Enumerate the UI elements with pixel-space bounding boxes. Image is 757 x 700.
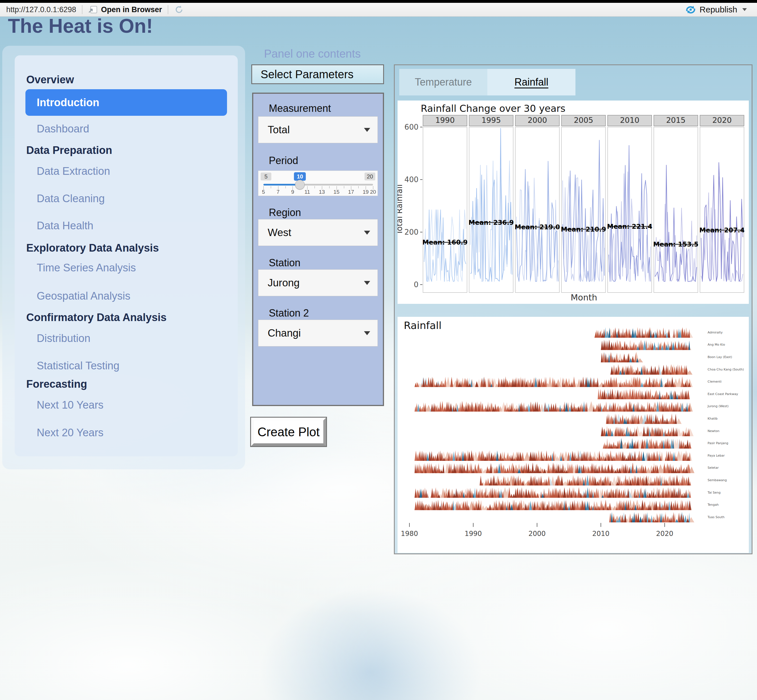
sidebar-section-forecasting: Forecasting <box>26 378 87 390</box>
strip-chart-card: Rainfall AdmiraltyAng Mo KioBoon Lay (Ea… <box>398 317 749 553</box>
results-tabs: Temperature Rainfall <box>399 69 576 95</box>
measurement-select[interactable]: Total <box>258 116 378 143</box>
sidebar-item-introduction[interactable]: Introduction <box>25 89 227 116</box>
station-select[interactable]: Jurong <box>258 269 378 296</box>
svg-text:1995: 1995 <box>481 116 501 125</box>
svg-text:2020: 2020 <box>712 116 732 125</box>
slider-tick <box>344 186 344 188</box>
svg-text:Mean: 221.4: Mean: 221.4 <box>607 223 652 230</box>
svg-text:Boon Lay (East): Boon Lay (East) <box>708 355 732 359</box>
address-url[interactable]: http://127.0.0.1:6298 <box>6 5 76 14</box>
app-window: http://127.0.0.1:6298 Open in Browser Re… <box>0 0 757 700</box>
chevron-down-icon <box>364 128 370 132</box>
svg-text:Mean: 153.5: Mean: 153.5 <box>653 241 698 248</box>
svg-text:Ang Mo Kio: Ang Mo Kio <box>708 343 725 347</box>
sidebar-item-dashboard[interactable]: Dashboard <box>37 123 89 135</box>
slider-tick-label: 17 <box>348 189 354 195</box>
chevron-down-icon <box>364 231 370 234</box>
sidebar-item-data-health[interactable]: Data Health <box>37 220 94 232</box>
svg-text:Month: Month <box>571 292 597 302</box>
measurement-label: Measurement <box>269 103 331 114</box>
rainfall-strip-chart: AdmiraltyAng Mo KioBoon Lay (East)Choa C… <box>398 317 749 553</box>
svg-text:1980: 1980 <box>401 530 418 538</box>
svg-text:Jurong (West): Jurong (West) <box>707 405 729 408</box>
sidebar-item-time-series-analysis[interactable]: Time Series Analysis <box>37 262 136 274</box>
slider-tick-label: 19 <box>363 189 369 195</box>
svg-text:Pasir Panjang: Pasir Panjang <box>708 441 728 445</box>
open-in-browser-button[interactable]: Open in Browser <box>88 5 162 14</box>
results-panel: Temperature Rainfall Rainfall Change ove… <box>394 64 752 554</box>
svg-text:Tai Seng: Tai Seng <box>707 491 721 494</box>
sidebar-item-data-cleaning[interactable]: Data Cleaning <box>37 192 105 205</box>
sidebar-section-confirmatory-data-analysis: Confirmatory Data Analysis <box>26 311 167 323</box>
svg-text:2005: 2005 <box>574 116 593 125</box>
svg-text:2010: 2010 <box>592 530 609 538</box>
svg-text:Khatib: Khatib <box>708 417 718 420</box>
chevron-down-icon <box>364 331 370 335</box>
sidebar-item-next-10-years[interactable]: Next 10 Years <box>37 399 104 411</box>
slider-tick-label: 5 <box>262 189 265 195</box>
slider-tick-label: 11 <box>304 189 310 195</box>
svg-text:Seletar: Seletar <box>708 466 719 470</box>
svg-text:2020: 2020 <box>656 530 673 538</box>
svg-text:East Coast Parkway: East Coast Parkway <box>708 392 738 396</box>
refresh-icon <box>174 5 184 15</box>
slider-max-label: 20 <box>365 172 375 180</box>
slider-fill <box>264 184 300 186</box>
slider-tick <box>358 186 359 188</box>
republish-icon <box>685 5 696 14</box>
svg-text:Admiralty: Admiralty <box>708 331 723 334</box>
period-label: Period <box>269 155 298 167</box>
region-select[interactable]: West <box>258 219 378 246</box>
parameters-form: Measurement Total Period 579111315171920… <box>252 93 384 406</box>
sidebar-item-statistical-testing[interactable]: Statistical Testing <box>37 360 119 372</box>
slider-handle[interactable] <box>295 180 305 189</box>
svg-text:Paya Lebar: Paya Lebar <box>708 454 725 458</box>
sidebar-section-exploratory-data-analysis: Exploratory Data Analysis <box>26 242 159 254</box>
svg-text:Mean: 219.0: Mean: 219.0 <box>515 223 560 231</box>
sidebar-nav: OverviewIntroductionDashboardData Prepar… <box>15 55 238 456</box>
svg-text:1990: 1990 <box>435 116 455 125</box>
svg-text:Tengah: Tengah <box>707 503 719 506</box>
svg-text:Choa Chu Kang (South): Choa Chu Kang (South) <box>708 368 744 371</box>
tab-rainfall[interactable]: Rainfall <box>487 69 576 95</box>
svg-text:Mean: 207.4: Mean: 207.4 <box>699 227 745 234</box>
sidebar-item-distribution[interactable]: Distribution <box>37 332 91 344</box>
sidebar-section-data-preparation: Data Preparation <box>26 144 112 156</box>
create-plot-button[interactable]: Create Plot <box>251 418 326 446</box>
slider-tick <box>286 186 286 188</box>
slider-tick-label: 20 <box>370 189 376 195</box>
toolbar-divider <box>82 5 83 14</box>
slider-tick <box>329 186 329 188</box>
svg-text:200: 200 <box>404 228 418 236</box>
station2-select[interactable]: Changi <box>258 320 378 347</box>
facet-chart-card: Rainfall Change over 30 years 0200400600… <box>398 100 749 304</box>
sidebar-item-data-extraction[interactable]: Data Extraction <box>37 165 110 177</box>
svg-text:1990: 1990 <box>465 530 482 538</box>
station-label: Station <box>269 257 300 269</box>
refresh-button[interactable] <box>174 5 184 15</box>
slider-value-label: 10 <box>294 172 306 181</box>
period-slider[interactable]: 57911131517192052010 <box>258 170 378 196</box>
svg-text:2015: 2015 <box>666 116 685 125</box>
tab-temperature[interactable]: Temperature <box>399 69 487 95</box>
svg-text:Sembawang: Sembawang <box>708 478 727 482</box>
svg-text:Mean: 236.9: Mean: 236.9 <box>468 219 514 226</box>
slider-tick-label: 13 <box>319 189 325 195</box>
sidebar-item-next-20-years[interactable]: Next 20 Years <box>37 427 104 439</box>
svg-text:2010: 2010 <box>620 116 640 125</box>
svg-text:400: 400 <box>404 175 418 184</box>
svg-text:600: 600 <box>404 123 418 131</box>
panel-one-caption: Panel one contents <box>264 47 361 60</box>
svg-text:2000: 2000 <box>528 116 547 125</box>
republish-button[interactable]: Republish <box>685 3 747 16</box>
open-in-browser-icon <box>88 5 98 14</box>
svg-text:Mean: 160.9: Mean: 160.9 <box>422 239 468 246</box>
slider-tick <box>271 186 271 188</box>
select-parameters-header: Select Parameters <box>251 64 384 84</box>
republish-menu-caret-icon[interactable] <box>742 8 747 11</box>
sidebar-item-geospatial-analysis[interactable]: Geospatial Analysis <box>37 290 130 302</box>
slider-tick-label: 7 <box>276 189 279 195</box>
slider-min-label: 5 <box>261 172 272 180</box>
svg-text:2000: 2000 <box>528 530 546 538</box>
